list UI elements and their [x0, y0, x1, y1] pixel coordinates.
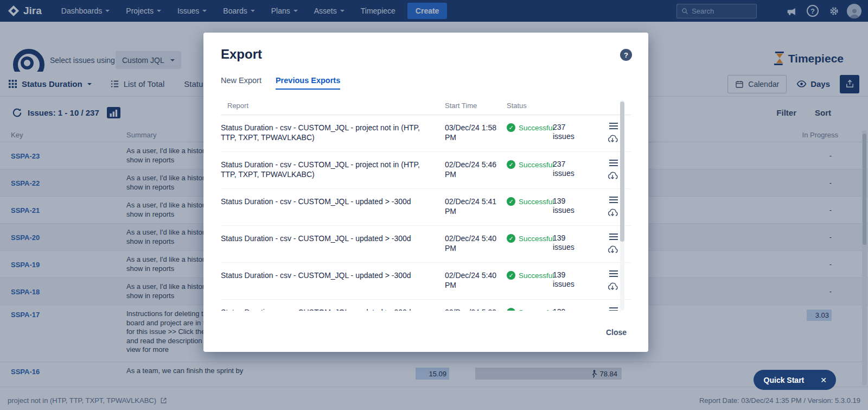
status-label: Successful — [519, 271, 554, 281]
export-row: Status Duration - csv - CUSTOM_JQL - pro… — [221, 152, 631, 189]
success-check-icon: ✓ — [507, 234, 515, 243]
row-menu-icon[interactable] — [609, 160, 618, 166]
export-status: ✓Successful — [501, 123, 553, 144]
export-report-name: Status Duration - csv - CUSTOM_JQL - pro… — [221, 123, 441, 144]
export-row: Status Duration - csv - CUSTOM_JQL - upd… — [221, 263, 631, 300]
status-label: Successful — [519, 308, 554, 311]
col-report: Report — [221, 102, 441, 110]
export-report-name: Status Duration - csv - CUSTOM_JQL - pro… — [221, 160, 441, 181]
export-issue-count: 237 issues — [553, 123, 585, 144]
export-row: Status Duration - csv - CUSTOM_JQL - upd… — [221, 300, 631, 311]
col-status: Status — [501, 102, 553, 110]
export-report-name: Status Duration - csv - CUSTOM_JQL - upd… — [221, 270, 441, 292]
download-icon[interactable] — [607, 208, 618, 218]
export-start-time: 03/Dec/24 1:58 PM — [441, 123, 501, 144]
success-check-icon: ✓ — [507, 308, 515, 311]
tab-new-export[interactable]: New Export — [221, 76, 261, 90]
success-check-icon: ✓ — [507, 197, 515, 206]
download-icon[interactable] — [607, 245, 618, 255]
export-table-header: Report Start Time Status — [221, 102, 631, 115]
export-row: Status Duration - csv - CUSTOM_JQL - upd… — [221, 226, 631, 263]
modal-help-icon[interactable]: ? — [620, 49, 632, 61]
row-menu-icon[interactable] — [609, 307, 618, 311]
export-start-time: 02/Dec/24 5:40 PM — [441, 270, 501, 292]
modal-scrollbar-thumb[interactable] — [620, 102, 624, 242]
success-check-icon: ✓ — [507, 160, 515, 169]
quick-start-button[interactable]: Quick Start ✕ — [754, 370, 836, 390]
export-issue-count: 139 issues — [553, 307, 585, 311]
export-start-time: 02/Dec/24 5:39 PM — [441, 307, 501, 311]
export-report-name: Status Duration - csv - CUSTOM_JQL - upd… — [221, 307, 441, 311]
status-label: Successful — [519, 234, 554, 244]
export-status: ✓Successful — [501, 160, 553, 181]
col-start-time: Start Time — [441, 102, 501, 110]
export-row: Status Duration - csv - CUSTOM_JQL - upd… — [221, 189, 631, 226]
modal-title: Export — [221, 47, 631, 62]
export-start-time: 02/Dec/24 5:40 PM — [441, 234, 501, 255]
export-status: ✓Successful — [501, 307, 553, 311]
row-menu-icon[interactable] — [609, 197, 618, 203]
download-icon[interactable] — [607, 282, 618, 292]
status-label: Successful — [519, 197, 554, 207]
export-issue-count: 139 issues — [553, 197, 585, 218]
tab-previous-exports[interactable]: Previous Exports — [276, 76, 340, 90]
export-issue-count: 139 issues — [553, 270, 585, 292]
export-rows: Status Duration - csv - CUSTOM_JQL - pro… — [221, 115, 631, 311]
export-status: ✓Successful — [501, 234, 553, 255]
export-start-time: 02/Dec/24 5:46 PM — [441, 160, 501, 181]
success-check-icon: ✓ — [507, 123, 515, 132]
export-status: ✓Successful — [501, 197, 553, 218]
export-issue-count: 237 issues — [553, 160, 585, 181]
export-report-name: Status Duration - csv - CUSTOM_JQL - upd… — [221, 197, 441, 218]
quickstart-close-icon[interactable]: ✕ — [820, 376, 827, 384]
close-button[interactable]: Close — [606, 328, 627, 337]
download-icon[interactable] — [607, 171, 618, 181]
export-report-name: Status Duration - csv - CUSTOM_JQL - upd… — [221, 234, 441, 255]
export-status: ✓Successful — [501, 270, 553, 292]
download-icon[interactable] — [607, 134, 618, 144]
export-row: Status Duration - csv - CUSTOM_JQL - pro… — [221, 115, 631, 152]
modal-scrollbar[interactable] — [620, 100, 624, 311]
export-start-time: 02/Dec/24 5:41 PM — [441, 197, 501, 218]
success-check-icon: ✓ — [507, 271, 515, 280]
row-menu-icon[interactable] — [609, 234, 618, 240]
status-label: Successful — [519, 123, 554, 133]
export-modal: Export ? New Export Previous Exports Rep… — [203, 33, 648, 352]
status-label: Successful — [519, 160, 554, 170]
export-issue-count: 139 issues — [553, 234, 585, 255]
modal-tabs: New Export Previous Exports — [221, 76, 631, 90]
row-menu-icon[interactable] — [609, 270, 618, 277]
row-menu-icon[interactable] — [609, 123, 618, 129]
